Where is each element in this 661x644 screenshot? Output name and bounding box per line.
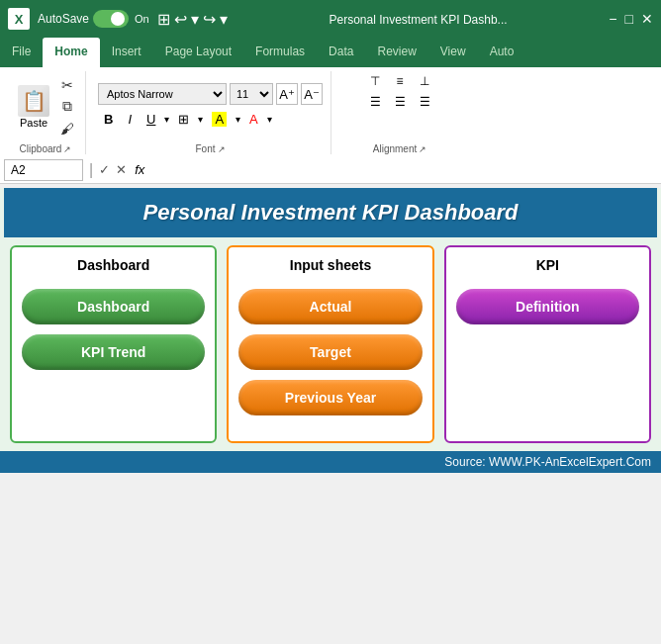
clipboard-expand-icon[interactable]: ↗ (63, 144, 71, 154)
source-bar: Source: WWW.PK-AnExcelExpert.Com (0, 451, 661, 473)
increase-font-btn[interactable]: A⁺ (276, 83, 298, 105)
alignment-label: Alignment ↗ (373, 143, 426, 154)
center-align-btn[interactable]: ☰ (388, 92, 412, 112)
tab-review[interactable]: Review (365, 38, 427, 67)
formula-bar-divider: | (89, 161, 93, 179)
toggle-on-label: On (135, 13, 149, 25)
input-sheets-header: Input sheets (238, 257, 422, 273)
top-align-btn[interactable]: ⊤ (363, 71, 387, 91)
italic-button[interactable]: I (122, 108, 138, 130)
tab-formulas[interactable]: Formulas (243, 38, 317, 67)
tab-insert[interactable]: Insert (100, 38, 153, 67)
dashboard-title: Personal Investment KPI Dashboard (20, 200, 641, 226)
ribbon-content: 📋 Paste ✂ ⧉ 🖌 Clipboard ↗ Aptos Narrow 1… (0, 67, 661, 156)
font-expand-icon[interactable]: ↗ (218, 144, 226, 154)
alignment-expand-icon[interactable]: ↗ (419, 144, 426, 154)
font-size-select[interactable]: 11 (230, 83, 273, 105)
toggle-knob (111, 12, 125, 26)
input-sheets-box: Input sheets Actual Target Previous Year (227, 245, 433, 443)
redo-dropdown-icon[interactable]: ▾ (220, 10, 228, 29)
title-bar: X AutoSave On ⊞ ↩ ▾ ↪ ▾ Personal Investm… (0, 0, 661, 38)
undo-dropdown-icon[interactable]: ▾ (191, 10, 199, 29)
content-area: Dashboard Dashboard KPI Trend Input shee… (0, 237, 661, 451)
tab-data[interactable]: Data (317, 38, 365, 67)
ribbon-group-clipboard: 📋 Paste ✂ ⧉ 🖌 Clipboard ↗ (6, 71, 86, 154)
kpi-trend-btn[interactable]: KPI Trend (22, 334, 205, 370)
clipboard-small-icons: ✂ ⧉ 🖌 (57, 75, 77, 138)
font-color-arrow[interactable]: ▾ (267, 114, 272, 125)
tab-auto[interactable]: Auto (478, 38, 526, 67)
previous-year-btn[interactable]: Previous Year (238, 380, 422, 415)
autosave-label: AutoSave (38, 12, 89, 26)
dashboard-box-header: Dashboard (22, 257, 205, 273)
clipboard-label: Clipboard ↗ (20, 143, 72, 154)
kpi-header: KPI (456, 257, 639, 273)
formula-input[interactable] (152, 163, 657, 177)
underline-arrow[interactable]: ▾ (164, 114, 169, 125)
formula-bar: A2 | ✓ ✕ fx (0, 156, 661, 184)
copy-icon[interactable]: ⧉ (57, 97, 77, 117)
highlight-arrow[interactable]: ▾ (236, 114, 240, 125)
grid-icon[interactable]: ⊞ (157, 10, 170, 29)
redo-icon[interactable]: ↪ (203, 10, 216, 29)
autosave-area: AutoSave On (38, 10, 149, 28)
dashboard-box: Dashboard Dashboard KPI Trend (10, 245, 217, 443)
tab-file[interactable]: File (0, 38, 43, 67)
font-label: Font ↗ (195, 143, 225, 154)
ribbon-group-alignment: ⊤ ≡ ⊥ ☰ ☰ ☰ Alignment ↗ (335, 71, 464, 154)
font-row-1: Aptos Narrow 11 A⁺ A⁻ (98, 83, 323, 105)
align-row-1: ⊤ ≡ ⊥ ☰ ☰ ☰ (363, 71, 436, 112)
middle-align-btn[interactable]: ≡ (388, 71, 412, 91)
close-icon[interactable]: ✕ (641, 11, 653, 27)
bottom-align-btn[interactable]: ⊥ (413, 71, 436, 91)
target-btn[interactable]: Target (238, 334, 422, 370)
maximize-icon[interactable]: □ (625, 11, 633, 27)
cancel-formula-icon[interactable]: ✕ (116, 162, 127, 177)
bold-button[interactable]: B (98, 108, 119, 130)
formula-icons: ✓ ✕ (99, 162, 127, 177)
font-section: Aptos Narrow 11 A⁺ A⁻ B I U ▾ ⊞ ▾ A ▾ (98, 71, 323, 141)
clipboard-content: 📋 Paste ✂ ⧉ 🖌 (14, 71, 77, 141)
definition-btn[interactable]: Definition (456, 289, 639, 324)
decrease-font-btn[interactable]: A⁻ (301, 83, 323, 105)
left-align-btn[interactable]: ☰ (363, 92, 387, 112)
right-align-btn[interactable]: ☰ (413, 92, 436, 112)
border-arrow[interactable]: ▾ (198, 114, 203, 125)
fx-icon[interactable]: fx (135, 162, 144, 177)
tab-page-layout[interactable]: Page Layout (153, 38, 243, 67)
paste-label: Paste (20, 117, 47, 129)
ribbon-tabs: File Home Insert Page Layout Formulas Da… (0, 38, 661, 67)
format-painter-icon[interactable]: 🖌 (57, 119, 77, 138)
ribbon-group-font: Aptos Narrow 11 A⁺ A⁻ B I U ▾ ⊞ ▾ A ▾ (90, 71, 331, 154)
toolbar-icons: ⊞ ↩ ▾ ↪ ▾ (157, 10, 228, 29)
dashboard-header: Personal Investment KPI Dashboard (4, 188, 657, 237)
alignment-content: ⊤ ≡ ⊥ ☰ ☰ ☰ (363, 71, 436, 141)
undo-icon[interactable]: ↩ (174, 10, 187, 29)
sheet-content: Personal Investment KPI Dashboard Dashbo… (0, 188, 661, 473)
dashboard-btn[interactable]: Dashboard (22, 289, 205, 324)
minimize-icon[interactable]: − (609, 11, 616, 27)
font-row-2: B I U ▾ ⊞ ▾ A ▾ A ▾ (98, 108, 323, 130)
paste-button[interactable]: 📋 Paste (14, 83, 53, 131)
actual-btn[interactable]: Actual (238, 289, 422, 324)
kpi-box: KPI Definition (444, 245, 651, 443)
autosave-toggle[interactable] (93, 10, 129, 28)
source-text: Source: WWW.PK-AnExcelExpert.Com (444, 455, 651, 469)
tab-view[interactable]: View (428, 38, 478, 67)
underline-button[interactable]: U (141, 108, 161, 130)
excel-icon: X (8, 8, 30, 30)
font-name-select[interactable]: Aptos Narrow (98, 83, 227, 105)
paste-icon: 📋 (18, 85, 49, 117)
cut-icon[interactable]: ✂ (57, 75, 77, 95)
checkmark-icon[interactable]: ✓ (99, 162, 110, 177)
border-button[interactable]: ⊞ (172, 108, 195, 130)
font-color-button[interactable]: A (243, 108, 264, 130)
cell-reference-box[interactable]: A2 (4, 159, 83, 181)
highlight-button[interactable]: A (206, 108, 233, 130)
tab-home[interactable]: Home (43, 38, 99, 67)
window-title: Personal Investment KPI Dashb... (329, 13, 507, 27)
